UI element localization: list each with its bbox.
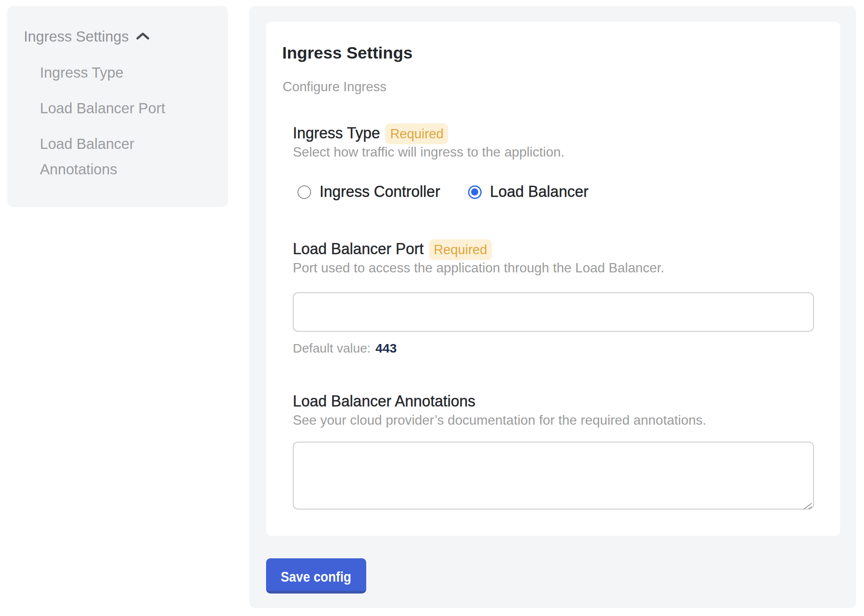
load-balancer-annotations-label: Load Balancer Annotations	[293, 394, 475, 409]
load-balancer-port-help: Port used to access the application thro…	[293, 261, 665, 275]
sidebar-item-load-balancer-port[interactable]: Load Balancer Port	[40, 95, 210, 121]
save-config-button[interactable]: Save config	[266, 558, 366, 594]
load-balancer-port-input[interactable]	[293, 292, 814, 331]
page-subtitle: Configure Ingress	[283, 80, 387, 93]
sidebar-item-load-balancer-annotations[interactable]: Load Balancer Annotations	[40, 131, 210, 182]
ingress-type-label: Ingress Type	[293, 126, 380, 141]
required-badge: Required	[385, 123, 448, 144]
required-badge: Required	[429, 239, 492, 260]
default-value: 443	[376, 341, 397, 355]
load-balancer-annotations-textarea[interactable]	[293, 442, 814, 510]
ingress-type-help: Select how traffic will ingress to the a…	[293, 146, 564, 159]
radio-ingress-controller[interactable]	[297, 185, 311, 199]
default-value-row: Default value: 443	[293, 342, 397, 355]
sidebar-group-label: Ingress Settings	[24, 29, 129, 44]
main-panel: Ingress Settings Configure Ingress Ingre…	[249, 6, 856, 608]
radio-label-ingress-controller: Ingress Controller	[320, 183, 440, 200]
radio-load-balancer[interactable]	[468, 185, 482, 199]
radio-label-load-balancer: Load Balancer	[490, 183, 589, 200]
sidebar-item-ingress-type[interactable]: Ingress Type	[40, 60, 210, 85]
load-balancer-port-label: Load Balancer Port	[293, 241, 424, 257]
load-balancer-port-label-row: Load Balancer Port Required	[293, 239, 492, 260]
ingress-type-label-row: Ingress Type Required	[293, 123, 448, 144]
chevron-up-icon	[136, 32, 149, 40]
default-value-label: Default value:	[293, 341, 370, 355]
radio-option-load-balancer[interactable]: Load Balancer	[468, 183, 589, 200]
page-title: Ingress Settings	[282, 45, 412, 62]
sidebar-group-ingress-settings[interactable]: Ingress Settings	[24, 29, 149, 44]
radio-option-ingress-controller[interactable]: Ingress Controller	[297, 183, 440, 200]
config-card: Ingress Settings Configure Ingress Ingre…	[266, 22, 840, 536]
sidebar-item-list: Ingress Type Load Balancer Port Load Bal…	[40, 60, 210, 192]
load-balancer-annotations-help: See your cloud provider’s documentation …	[293, 414, 706, 427]
sidebar: Ingress Settings Ingress Type Load Balan…	[7, 6, 228, 207]
